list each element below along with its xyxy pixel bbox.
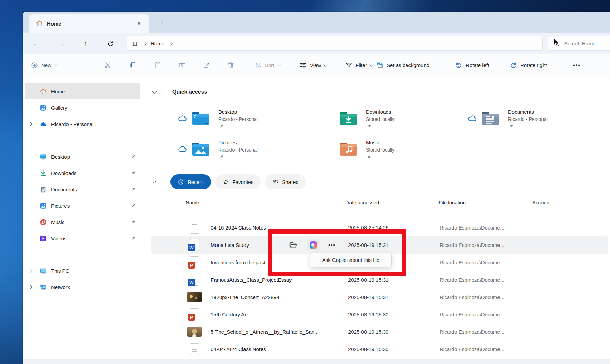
pin-icon [131,203,136,208]
sidebar-item-pictures[interactable]: Pictures [25,197,140,214]
file-location: Ricardo Espinoza\Docume... [440,288,504,306]
rotate-left-button[interactable]: Rotate left [455,54,489,76]
view-icon [299,62,307,69]
pin-icon [131,220,136,225]
chevron-down-icon [277,63,281,66]
breadcrumb[interactable]: Home [151,41,164,46]
more-options-button[interactable]: ••• [573,54,581,76]
file-location: Ricardo Espinoza\Docume... [440,254,504,271]
file-row-1920px-the-concert-a22894[interactable]: 1920px-The_Concert_A22894 2025-08-19 15:… [151,288,608,306]
file-row-15th-century-art[interactable]: P 15th Century Art 2025-08-19 15:30 Rica… [151,306,608,323]
copy-button[interactable] [129,54,137,76]
tab-title: Home [47,21,61,27]
chevron-right-icon[interactable] [28,269,32,272]
sidebar-item-ricardo-personal[interactable]: Ricardo - Personal [25,116,140,132]
up-button[interactable]: ↑ [79,33,92,54]
file-date-accessed: 2025-08-19 15:30 [348,306,388,323]
share-button[interactable] [203,54,210,76]
file-location: Ricardo Espinoza\Docume... [440,236,504,254]
sort-button[interactable]: Sort [254,54,280,76]
sidebar-item-home[interactable]: Home [25,83,140,99]
file-name: 15th Century Art [211,306,248,323]
sidebar-item-label: Videos [51,236,67,241]
rename-button[interactable] [178,54,186,76]
pin-icon [131,187,136,192]
sidebar-item-downloads[interactable]: Downloads [25,165,140,181]
file-row-5-the-school-of-athens-by-raffaello-san[interactable]: 5-The_School_of_Athens__by_Raffaello_San… [151,323,608,341]
pin-icon [131,171,136,176]
view-button[interactable]: View [299,54,327,76]
sidebar-item-documents[interactable]: Documents [25,181,140,197]
cut-button[interactable] [104,54,112,76]
paste-button[interactable] [154,54,162,76]
sidebar-item-network[interactable]: Network [25,279,140,295]
thispc-icon [39,267,47,275]
sidebar-item-videos[interactable]: Videos [25,230,140,247]
word-file-icon: W [187,272,202,287]
sidebar-item-label: Gallery [51,105,68,111]
new-tab-button[interactable]: + [157,18,167,29]
file-name: Inventions from the past [211,254,265,271]
filter-button[interactable]: Filter [345,54,373,76]
back-button[interactable]: ← [30,33,43,54]
forward-button[interactable]: → [55,33,67,54]
sidebar-item-label: Ricardo - Personal [51,121,93,127]
filter-icon [345,62,353,69]
sidebar-item-label: Downloads [51,170,76,176]
chevron-right-icon[interactable] [28,285,32,289]
breadcrumb-home-icon[interactable] [132,40,138,47]
chevron-down-icon [324,63,327,66]
chevron-down-icon [370,63,373,66]
close-tab-icon[interactable]: × [135,20,143,27]
rotate-right-button[interactable]: Rotate right [509,54,547,76]
breadcrumb-chevron-icon[interactable] [168,42,172,45]
chevron-right-icon[interactable] [28,122,32,126]
music-icon [39,218,47,226]
sidebar-item-gallery[interactable]: Gallery [25,99,140,116]
file-date-accessed: 2025-08-19 15:30 [348,341,388,358]
set-as-background-label: Set as background [387,62,429,68]
pin-icon [131,122,136,127]
rotate-left-icon [455,61,463,69]
new-button[interactable]: New [31,54,57,76]
breadcrumb-chevron-icon [143,42,146,45]
file-name: 5-The_School_of_Athens__by_Raffaello_San… [211,323,319,341]
navigation-pane: Home Gallery Ricardo - Personal Desktop … [23,76,143,359]
address-bar[interactable]: Home [127,36,543,51]
file-explorer-window: Home × + ← → ↑ Home [23,12,610,364]
rotate-right-label: Rotate right [520,62,547,68]
mouse-cursor [552,37,561,48]
home-icon [39,87,47,95]
sidebar-item-label: Pictures [51,203,70,209]
gallery-icon [39,104,47,112]
ellipsis-icon: ••• [573,62,581,68]
filter-label: Filter [356,62,367,68]
pin-icon [131,154,136,159]
refresh-button[interactable] [104,33,117,54]
delete-button[interactable] [227,54,235,76]
text-file-icon [187,220,202,235]
search-placeholder: Search Home [564,41,596,46]
word-file-icon: W [187,237,202,252]
downloads-icon [39,169,47,177]
tab-home[interactable]: Home × [29,14,149,33]
sort-icon [254,62,262,69]
file-date-accessed: 2025-08-19 15:31 [348,288,388,306]
file-date-accessed: 2025-08-19 15:30 [348,323,388,341]
sidebar-item-label: Home [51,89,65,94]
new-label: New [41,62,51,68]
chevron-down-icon [54,63,58,66]
image-icon [376,61,384,69]
sidebar-item-label: Documents [51,187,77,192]
image-thumbnail [187,324,202,339]
file-row-04-04-2024-class-notes[interactable]: 04-04-2024 Class Notes 2025-08-19 15:30 … [151,341,608,358]
set-as-background-button[interactable]: Set as background [376,54,429,76]
onedrive-icon [39,120,47,128]
sidebar-item-this-pc[interactable]: This PC [25,263,140,279]
powerpoint-file-icon: P [187,307,202,322]
videos-icon [39,234,47,242]
pin-icon [131,105,136,110]
sidebar-item-desktop[interactable]: Desktop [25,148,140,165]
sidebar-item-music[interactable]: Music [25,214,140,230]
pin-icon [131,236,136,241]
